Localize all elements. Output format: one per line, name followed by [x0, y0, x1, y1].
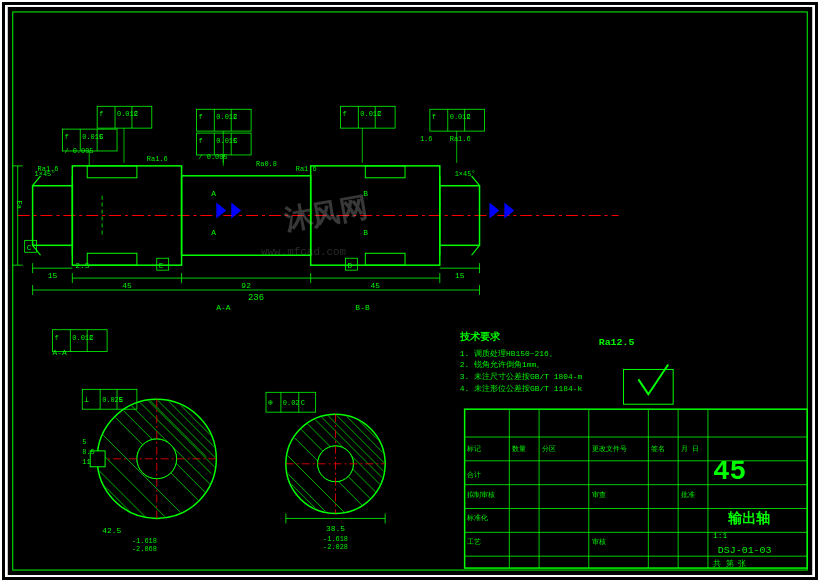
svg-text:38.5: 38.5	[326, 524, 345, 533]
svg-rect-14	[365, 253, 405, 265]
svg-text:0.02: 0.02	[283, 399, 300, 407]
svg-text:C: C	[233, 137, 237, 145]
svg-text:45: 45	[370, 281, 380, 290]
svg-marker-26	[489, 203, 499, 219]
svg-text:合计: 合计	[467, 471, 481, 479]
svg-text:42.5: 42.5	[102, 526, 121, 535]
svg-text:A-A: A-A	[216, 303, 231, 312]
svg-text:f: f	[342, 110, 346, 118]
svg-text:f: f	[64, 133, 68, 141]
svg-marker-24	[216, 203, 226, 219]
svg-text:A: A	[211, 228, 216, 237]
svg-text:标准化: 标准化	[466, 514, 488, 522]
svg-text:标记: 标记	[466, 445, 481, 453]
svg-text:B-B: B-B	[355, 303, 370, 312]
svg-text:月 日: 月 日	[681, 445, 699, 453]
svg-text:拟制审核: 拟制审核	[467, 491, 495, 499]
svg-text:f: f	[54, 334, 58, 342]
svg-text:C: C	[301, 399, 305, 407]
svg-text:15: 15	[455, 271, 465, 280]
svg-text:D: D	[347, 261, 352, 270]
svg-text:4. 未注形位公差按GB/T 1184-k: 4. 未注形位公差按GB/T 1184-k	[460, 384, 583, 393]
svg-text:A-A: A-A	[52, 348, 67, 357]
svg-text:-2.028: -2.028	[323, 543, 348, 551]
svg-text:2.5: 2.5	[75, 261, 90, 270]
svg-text:Ra0.8: Ra0.8	[256, 160, 277, 168]
svg-text:E: E	[159, 261, 164, 270]
svg-text:C: C	[134, 110, 138, 118]
svg-text:-1.618: -1.618	[132, 537, 157, 545]
svg-text:1×45°: 1×45°	[455, 170, 476, 178]
svg-text:C: C	[99, 133, 103, 141]
svg-text:⊕: ⊕	[268, 398, 273, 407]
svg-text:审核: 审核	[592, 538, 606, 546]
svg-text:f: f	[432, 113, 436, 121]
svg-text:1:1: 1:1	[713, 531, 728, 540]
svg-text:沐风网: 沐风网	[282, 191, 370, 238]
svg-text:C: C	[89, 334, 93, 342]
svg-line-116	[167, 399, 217, 449]
svg-text:DSJ-01-03: DSJ-01-03	[718, 545, 772, 556]
svg-text:输出轴: 输出轴	[727, 510, 770, 527]
svg-text:Ra12.5: Ra12.5	[599, 337, 635, 348]
svg-text:8.5: 8.5	[82, 448, 94, 456]
svg-text:2. 锐角允许倒角1mm。: 2. 锐角允许倒角1mm。	[460, 360, 545, 369]
svg-rect-167	[624, 369, 674, 404]
svg-text:f: f	[99, 110, 103, 118]
svg-text:分区: 分区	[542, 445, 556, 453]
svg-text:C: C	[233, 113, 237, 121]
svg-text:数量: 数量	[512, 445, 526, 453]
svg-marker-25	[231, 203, 241, 219]
svg-text:45: 45	[122, 281, 132, 290]
svg-text:1.6: 1.6	[420, 135, 433, 143]
svg-text:Ra1.6: Ra1.6	[450, 135, 471, 143]
svg-text:15: 15	[48, 271, 58, 280]
svg-text:C: C	[377, 110, 381, 118]
svg-text:工艺: 工艺	[467, 538, 481, 546]
svg-text:Ra1.6: Ra1.6	[147, 155, 168, 163]
svg-text:批准: 批准	[681, 491, 695, 499]
svg-rect-9	[87, 166, 137, 178]
svg-text:236: 236	[248, 293, 264, 303]
svg-rect-13	[365, 166, 405, 178]
svg-line-19	[472, 245, 480, 255]
svg-line-148	[345, 415, 385, 455]
svg-text:f: f	[198, 137, 202, 145]
svg-text:签名: 签名	[651, 445, 665, 453]
svg-text:Ra1.6: Ra1.6	[296, 165, 317, 173]
svg-text:B: B	[363, 228, 368, 237]
svg-text:审查: 审查	[592, 491, 606, 499]
svg-text:-1.618: -1.618	[323, 535, 348, 543]
svg-rect-10	[87, 253, 137, 265]
svg-text:更改文件号: 更改文件号	[592, 445, 627, 453]
svg-text:1. 调质处理HB150~216。: 1. 调质处理HB150~216。	[460, 349, 557, 358]
svg-text:5: 5	[82, 438, 86, 446]
svg-text:C: C	[27, 243, 32, 252]
svg-text:A: A	[211, 189, 216, 198]
svg-text:1×45°: 1×45°	[35, 170, 56, 178]
svg-text:3. 未注尺寸公差按GB/T 1804-m: 3. 未注尺寸公差按GB/T 1804-m	[460, 372, 583, 381]
svg-text:f: f	[198, 113, 202, 121]
svg-text:共  第  张: 共 第 张	[713, 559, 747, 568]
svg-rect-1	[13, 12, 808, 570]
svg-text:E: E	[119, 396, 123, 404]
svg-text:-2.068: -2.068	[132, 545, 157, 553]
svg-text:Ea: Ea	[15, 201, 23, 209]
svg-text:11: 11	[82, 458, 90, 466]
svg-line-150	[365, 419, 383, 437]
svg-marker-27	[504, 203, 514, 219]
svg-text:C: C	[467, 113, 471, 121]
svg-text:技术要求: 技术要求	[459, 331, 501, 343]
svg-text:⊥: ⊥	[84, 395, 89, 404]
svg-text:www.mfcad.com: www.mfcad.com	[261, 246, 346, 258]
svg-text:45: 45	[713, 456, 746, 487]
main-container: 236 45 92 45 15 15 2.5 Ra1.6 f 0.012 C	[0, 0, 820, 582]
svg-text:92: 92	[241, 281, 251, 290]
engineering-drawing: 236 45 92 45 15 15 2.5 Ra1.6 f 0.012 C	[2, 2, 818, 580]
